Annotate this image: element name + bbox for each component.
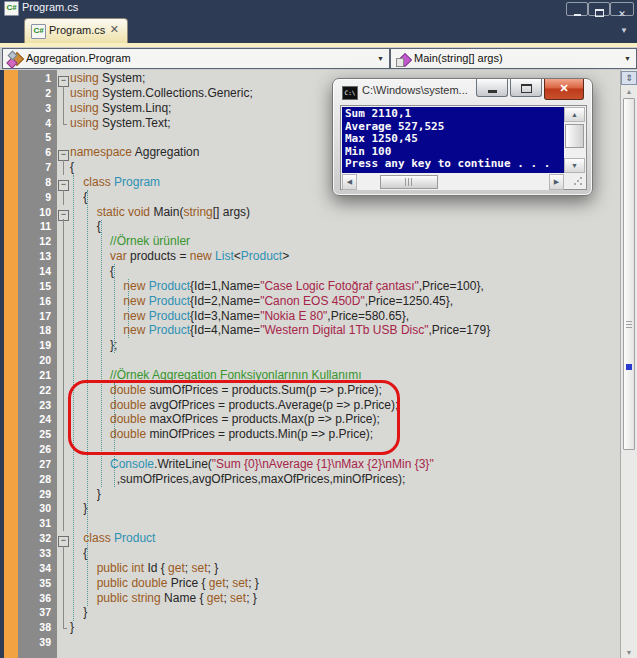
csharp-file-icon: C# bbox=[31, 24, 46, 39]
scroll-down-icon[interactable]: ▼ bbox=[564, 158, 585, 173]
code-line[interactable]: 14 { bbox=[0, 264, 620, 279]
scrollbar-thumb[interactable] bbox=[565, 124, 584, 148]
code-line[interactable]: 15 new Product{Id=1,Name="Case Logic Fot… bbox=[0, 279, 620, 294]
console-horizontal-scrollbar[interactable]: ◀ ▶ bbox=[342, 174, 564, 190]
line-number: 8 bbox=[0, 175, 57, 190]
tab-close-icon[interactable]: ✕ bbox=[110, 23, 119, 36]
tab-list-dropdown-icon[interactable]: ▼ bbox=[620, 26, 628, 35]
window-title: Program.cs bbox=[22, 1, 78, 13]
member-dropdown[interactable]: Main(string[] args) ▼ bbox=[390, 48, 637, 69]
code-line[interactable]: 36 public string Name { get; set; } bbox=[0, 591, 620, 606]
console-output-line: Max 1250,45 bbox=[345, 133, 564, 146]
console-window[interactable]: C:\ C:\Windows\system... ✕ Sum 2110,1Ave… bbox=[332, 78, 593, 196]
outline-margin bbox=[57, 130, 70, 145]
class-icon bbox=[7, 51, 23, 67]
code-line[interactable]: 17 new Product{Id=3,Name="Nokia E 80",Pr… bbox=[0, 309, 620, 324]
tab-program-cs[interactable]: C# Program.cs ✕ bbox=[24, 18, 128, 44]
code-line[interactable]: 32− class Product bbox=[0, 531, 620, 546]
outline-margin bbox=[57, 309, 70, 324]
line-number: 16 bbox=[0, 294, 57, 309]
outline-margin bbox=[57, 116, 70, 131]
code-line[interactable]: 28 ,sumOfPrices,avgOfPrices,maxOfPrices,… bbox=[0, 472, 620, 487]
code-text: new Product{Id=1,Name="Case Logic Fotoğr… bbox=[70, 279, 484, 294]
code-line[interactable]: 13 var products = new List<Product> bbox=[0, 249, 620, 264]
navigation-bar: Aggregation.Program ▼ Main(string[] args… bbox=[0, 47, 637, 70]
code-line[interactable]: 20 bbox=[0, 353, 620, 368]
code-text: new Product{Id=3,Name="Nokia E 80",Price… bbox=[70, 309, 409, 324]
code-line[interactable]: 30 } bbox=[0, 501, 620, 516]
scroll-left-icon[interactable]: ◀ bbox=[342, 174, 357, 190]
code-text: public string Name { get; set; } bbox=[70, 591, 257, 606]
type-dropdown-value: Aggregation.Program bbox=[26, 52, 131, 64]
outline-margin bbox=[57, 190, 70, 205]
minimize-icon bbox=[574, 14, 581, 16]
scroll-up-icon[interactable]: ▲ bbox=[564, 107, 585, 122]
minimize-button[interactable] bbox=[566, 2, 588, 16]
console-minimize-button[interactable] bbox=[476, 79, 508, 97]
console-close-button[interactable]: ✕ bbox=[544, 79, 584, 100]
code-text: { bbox=[70, 190, 87, 205]
code-text: var products = new List<Product> bbox=[70, 249, 289, 264]
outline-margin bbox=[57, 457, 70, 472]
fold-toggle-icon[interactable]: − bbox=[57, 175, 70, 190]
code-line[interactable]: 34 public int Id { get; set; } bbox=[0, 561, 620, 576]
fold-toggle-icon[interactable]: − bbox=[57, 145, 70, 160]
split-window-handle[interactable]: ⇕ bbox=[621, 71, 637, 85]
line-number: 28 bbox=[0, 472, 57, 487]
code-text: class Program bbox=[70, 175, 160, 190]
console-client-area: Sum 2110,1Average 527,525Max 1250,45Min … bbox=[340, 105, 587, 190]
code-text: using System.Collections.Generic; bbox=[70, 86, 253, 101]
code-line[interactable]: 11 { bbox=[0, 219, 620, 234]
line-number: 17 bbox=[0, 309, 57, 324]
code-line[interactable]: 38} bbox=[0, 620, 620, 635]
scrollbar-thumb[interactable] bbox=[623, 98, 635, 450]
code-text: }; bbox=[70, 338, 117, 353]
line-number: 18 bbox=[0, 323, 57, 338]
line-number: 5 bbox=[0, 130, 57, 145]
outline-margin bbox=[57, 546, 70, 561]
window-titlebar[interactable]: C# Program.cs ✕ bbox=[0, 0, 637, 17]
type-dropdown[interactable]: Aggregation.Program ▼ bbox=[2, 48, 390, 69]
line-number: 6 bbox=[0, 145, 57, 160]
code-line[interactable]: 27 Console.WriteLine("Sum {0}\nAverage {… bbox=[0, 457, 620, 472]
line-number: 25 bbox=[0, 427, 57, 442]
line-number: 21 bbox=[0, 368, 57, 383]
code-line[interactable]: 39 bbox=[0, 635, 620, 650]
code-line[interactable]: 37 } bbox=[0, 605, 620, 620]
code-line[interactable]: 10− static void Main(string[] args) bbox=[0, 205, 620, 220]
outline-margin bbox=[57, 249, 70, 264]
code-line[interactable]: 35 public double Price { get; set; } bbox=[0, 576, 620, 591]
outline-margin bbox=[57, 323, 70, 338]
resize-grip[interactable] bbox=[573, 176, 583, 186]
console-vertical-scrollbar[interactable]: ▲ ▼ bbox=[564, 107, 585, 173]
code-line[interactable]: 29 } bbox=[0, 487, 620, 502]
line-number: 11 bbox=[0, 219, 57, 234]
close-button[interactable]: ✕ bbox=[610, 2, 634, 16]
scrollbar-thumb[interactable] bbox=[380, 175, 438, 189]
scroll-up-icon[interactable]: ▲ bbox=[621, 88, 637, 95]
line-number: 30 bbox=[0, 501, 57, 516]
code-line[interactable]: 18 new Product{Id=4,Name="Western Digita… bbox=[0, 323, 620, 338]
code-line[interactable]: 31 bbox=[0, 516, 620, 531]
code-text: namespace Aggregation bbox=[70, 145, 199, 160]
outline-margin bbox=[57, 86, 70, 101]
line-number: 35 bbox=[0, 576, 57, 591]
scroll-right-icon[interactable]: ▶ bbox=[549, 174, 564, 190]
code-text: new Product{Id=4,Name="Western Digital 1… bbox=[70, 323, 490, 338]
outline-margin bbox=[57, 160, 70, 175]
fold-toggle-icon[interactable]: − bbox=[57, 205, 70, 220]
console-restore-button[interactable] bbox=[510, 79, 542, 97]
fold-toggle-icon[interactable]: − bbox=[57, 71, 70, 86]
code-text: public int Id { get; set; } bbox=[70, 561, 218, 576]
code-line[interactable]: 19 }; bbox=[0, 338, 620, 353]
line-number: 20 bbox=[0, 353, 57, 368]
console-titlebar[interactable]: C:\ C:\Windows\system... ✕ bbox=[333, 79, 592, 105]
maximize-button[interactable] bbox=[588, 2, 610, 16]
code-line[interactable]: 33 { bbox=[0, 546, 620, 561]
scroll-down-icon[interactable]: ▼ bbox=[621, 649, 637, 656]
line-number: 31 bbox=[0, 516, 57, 531]
code-line[interactable]: 16 new Product{Id=2,Name="Canon EOS 450D… bbox=[0, 294, 620, 309]
fold-toggle-icon[interactable]: − bbox=[57, 531, 70, 546]
code-line[interactable]: 12 //Örnek ürünler bbox=[0, 234, 620, 249]
outline-margin bbox=[57, 294, 70, 309]
